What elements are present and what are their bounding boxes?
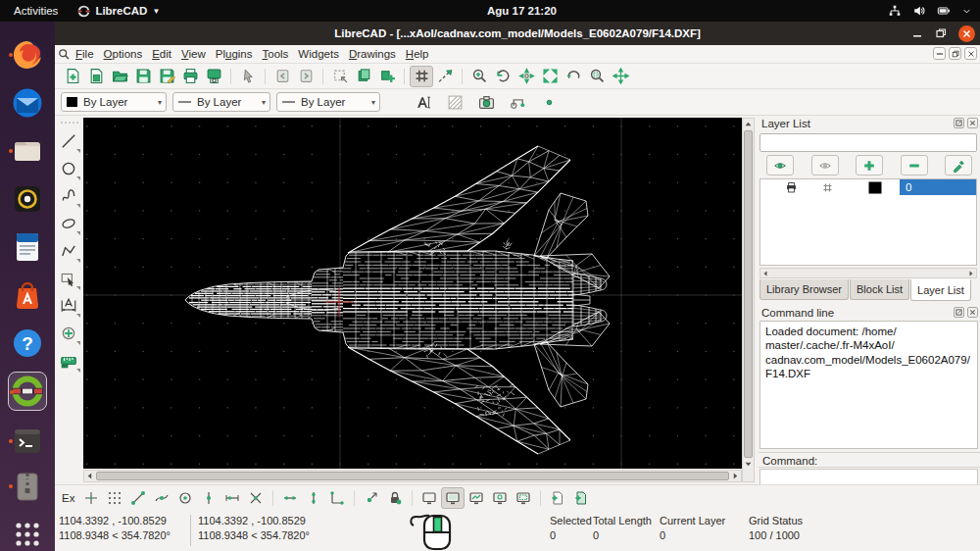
edit-attr-button[interactable]	[945, 155, 972, 175]
monitor-2-button[interactable]	[441, 487, 465, 509]
scroll-up-arrow[interactable]	[743, 119, 754, 129]
print-preview-button[interactable]	[202, 66, 225, 87]
restrict-vertical-button[interactable]	[302, 487, 325, 509]
zoom-extents-button[interactable]	[538, 66, 562, 87]
window-titlebar[interactable]: LibreCAD - [...xAoI/cadnav.com_model/Mod…	[55, 22, 980, 45]
menu-drawings[interactable]: Drawings	[344, 45, 401, 64]
doc-new-template-button[interactable]	[84, 66, 108, 87]
snap-free-button[interactable]	[79, 487, 103, 509]
snap-intersection-button[interactable]	[244, 487, 268, 509]
menu-widgets[interactable]: Widgets	[293, 45, 344, 64]
scroll-left-arrow[interactable]	[760, 269, 770, 277]
snap-grid-button[interactable]	[103, 487, 126, 509]
restore-button[interactable]	[929, 22, 953, 45]
point-tool-button[interactable]	[537, 91, 561, 113]
app-menu[interactable]: LibreCAD ▼	[77, 5, 160, 18]
menu-options[interactable]: Options	[99, 45, 148, 64]
dock-item-librecad[interactable]	[8, 372, 47, 411]
zoom-auto-button[interactable]	[514, 66, 538, 87]
caret-down-icon[interactable]	[961, 6, 972, 17]
snap-entity-button[interactable]	[150, 487, 173, 509]
dock-item-writer[interactable]	[8, 227, 47, 267]
monitor-1-button[interactable]	[417, 487, 441, 509]
scrollbar-thumb[interactable]	[744, 130, 753, 458]
block-add-button[interactable]	[375, 66, 399, 87]
close-x-icon[interactable]	[967, 307, 978, 318]
doc-plus-1-button[interactable]	[546, 487, 569, 509]
doc-new-button[interactable]	[61, 66, 84, 87]
polyline-tool-button[interactable]	[56, 238, 81, 264]
folder-open-button[interactable]	[108, 66, 131, 87]
exclusive-snap-label[interactable]: Ex	[59, 492, 79, 504]
mdi-restore-button[interactable]	[949, 47, 961, 60]
minus-button[interactable]	[901, 155, 928, 175]
command-output[interactable]: Loaded document: /home/master/.cache/.fr…	[760, 321, 978, 449]
pen-combo-color-swatch[interactable]: By Layer▾	[61, 92, 167, 112]
ellipse-tool-button[interactable]	[56, 211, 81, 236]
select-tool-button[interactable]	[56, 266, 81, 291]
measure-tool-button[interactable]	[56, 348, 81, 374]
mdi-close-button[interactable]	[964, 47, 977, 60]
close-button[interactable]	[955, 22, 978, 45]
layer-color-swatch[interactable]	[851, 181, 900, 194]
scrollbar-thumb[interactable]	[96, 472, 729, 480]
restrict-orthogonal-button[interactable]	[325, 487, 349, 509]
book-next-button[interactable]	[294, 66, 318, 87]
circle-tool-button[interactable]	[56, 156, 81, 181]
mdi-minimize-button[interactable]	[933, 47, 946, 60]
grid-toggle-button[interactable]	[410, 66, 433, 87]
dock-item-mediaplayer[interactable]	[8, 179, 47, 219]
line-tool-button[interactable]	[56, 128, 81, 154]
snap-endpoint-button[interactable]	[126, 487, 150, 509]
snap-middle-button[interactable]	[197, 487, 220, 509]
block-green-button[interactable]	[352, 66, 375, 87]
monitor-4-button[interactable]	[488, 487, 512, 509]
dock-item-firefox[interactable]	[8, 35, 47, 75]
toolbar-drag-handle[interactable]	[55, 119, 83, 126]
battery-icon[interactable]	[937, 4, 951, 18]
menu-edit[interactable]: Edit	[147, 45, 176, 64]
dock-item-archive[interactable]	[8, 467, 47, 506]
volume-icon[interactable]	[912, 4, 926, 18]
dock-item-software[interactable]	[8, 276, 47, 315]
float-icon[interactable]	[954, 307, 964, 318]
restrict-horizontal-button[interactable]	[278, 487, 302, 509]
zoom-in-button[interactable]	[467, 66, 491, 87]
save-button[interactable]	[131, 66, 155, 87]
tab-layer-list[interactable]: Layer List	[910, 279, 971, 301]
modify-tool-button[interactable]	[56, 321, 81, 346]
book-prev-button[interactable]	[270, 66, 294, 87]
pan-green-button[interactable]	[609, 66, 632, 87]
layer-filter-input[interactable]	[760, 133, 977, 152]
dock-item-files[interactable]	[8, 131, 47, 171]
close-x-icon[interactable]	[967, 118, 978, 128]
cursor-arrow-button[interactable]	[236, 66, 260, 87]
pen-combo-linetype-line[interactable]: By Layer▾	[276, 92, 380, 112]
zoom-window-button[interactable]	[585, 66, 609, 87]
dimension-tool-button[interactable]	[56, 293, 81, 319]
zoom-previous-button[interactable]	[562, 66, 585, 87]
pen-combo-width-line[interactable]: By Layer▾	[172, 92, 270, 112]
system-tray[interactable]	[888, 0, 972, 22]
clock[interactable]: Agu 17 21:20	[487, 0, 557, 22]
set-rel-zero-button[interactable]	[360, 487, 383, 509]
doc-plus-2-button[interactable]	[569, 487, 593, 509]
layer-row[interactable]: 0	[760, 179, 976, 195]
tab-block-list[interactable]: Block List	[850, 279, 909, 300]
tab-library-browser[interactable]: Library Browser	[760, 279, 849, 300]
plus-button[interactable]	[856, 155, 883, 175]
snap-distance-button[interactable]	[220, 487, 244, 509]
snap-center-button[interactable]	[173, 487, 197, 509]
network-icon[interactable]	[888, 4, 902, 18]
command-input[interactable]	[760, 469, 978, 485]
scroll-down-arrow[interactable]	[743, 459, 754, 470]
eye-grey-button[interactable]	[811, 155, 839, 175]
layer-print-cell[interactable]	[778, 181, 804, 194]
dock-item-appgrid[interactable]	[8, 515, 47, 551]
canvas-vertical-scrollbar[interactable]	[742, 118, 755, 482]
zoom-redraw-button[interactable]	[491, 66, 514, 87]
hatch-tool-button[interactable]	[443, 91, 466, 113]
dock-item-help[interactable]: ?	[8, 324, 47, 363]
dock-item-thunderbird[interactable]	[8, 83, 47, 123]
activities-button[interactable]: Activities	[0, 0, 72, 22]
